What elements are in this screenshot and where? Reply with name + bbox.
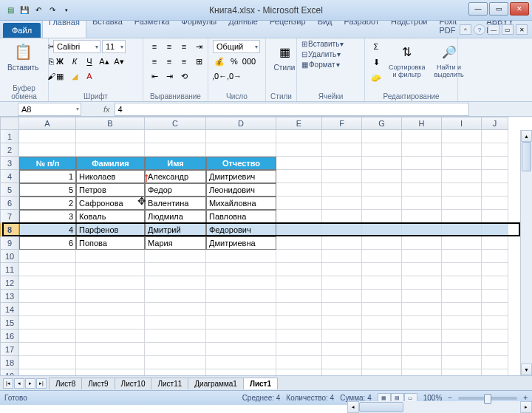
cell[interactable] <box>442 369 482 375</box>
cell[interactable] <box>322 157 362 170</box>
cell[interactable] <box>322 316 362 330</box>
col-header-C[interactable]: C <box>145 117 206 130</box>
sort-filter-button[interactable]: ⇅ Сортировка и фильтр <box>386 40 428 80</box>
cell[interactable] <box>322 303 362 316</box>
cell[interactable] <box>276 143 322 157</box>
col-header-G[interactable]: G <box>362 117 402 130</box>
cell[interactable] <box>482 303 508 316</box>
decrease-decimal-button[interactable]: ,0→ <box>228 69 241 83</box>
cell[interactable] <box>322 170 362 183</box>
cell[interactable] <box>19 290 76 303</box>
cell[interactable] <box>276 356 322 369</box>
cell[interactable] <box>482 330 508 343</box>
cell[interactable] <box>362 343 402 356</box>
cell[interactable] <box>362 170 402 183</box>
row-header[interactable]: 15 <box>0 316 19 330</box>
maximize-button[interactable]: ▭ <box>489 2 508 16</box>
percent-button[interactable]: % <box>228 55 241 68</box>
col-header-D[interactable]: D <box>206 117 276 130</box>
cell[interactable]: Мария <box>145 236 206 250</box>
paste-button[interactable]: 📋 Вставить <box>4 40 41 73</box>
cell[interactable] <box>402 330 442 343</box>
cell[interactable] <box>276 343 322 356</box>
orientation-button[interactable]: ⟲ <box>177 69 191 83</box>
cell[interactable] <box>482 143 508 157</box>
row-header[interactable]: 7 <box>0 210 19 223</box>
cell[interactable] <box>206 369 276 375</box>
cell[interactable] <box>362 263 402 276</box>
cell[interactable] <box>322 143 362 157</box>
row-header[interactable]: 14 <box>0 303 19 316</box>
cell[interactable] <box>442 263 482 276</box>
wrap-text-button[interactable]: ⇥ <box>192 40 205 53</box>
comma-button[interactable]: 000 <box>242 55 256 68</box>
col-header-I[interactable]: I <box>442 117 482 130</box>
number-format-combo[interactable]: Общий <box>213 40 260 53</box>
sheet-tab[interactable]: Лист9 <box>81 378 115 389</box>
sheet-tab[interactable]: Лист11 <box>151 378 188 389</box>
cell[interactable] <box>402 197 442 210</box>
cell[interactable] <box>442 316 482 330</box>
cell[interactable] <box>442 210 482 223</box>
tab-nav-prev-button[interactable]: ◂ <box>14 378 24 389</box>
cell[interactable] <box>402 236 442 250</box>
decrease-indent-button[interactable]: ⇤ <box>148 69 161 83</box>
cell[interactable] <box>206 316 276 330</box>
cell[interactable]: 4 <box>19 223 76 236</box>
cell[interactable] <box>482 223 508 236</box>
vscroll-thumb[interactable] <box>522 142 531 171</box>
cell[interactable] <box>206 290 276 303</box>
doc-minimize-button[interactable]: — <box>488 24 499 35</box>
bold-button[interactable]: Ж <box>53 55 66 68</box>
cell[interactable] <box>206 130 276 143</box>
sheet-tab[interactable]: Лист10 <box>115 378 152 389</box>
fx-icon[interactable]: fx <box>103 105 110 114</box>
cell[interactable] <box>76 290 145 303</box>
cell[interactable] <box>276 236 322 250</box>
cell[interactable]: Парфенов <box>76 223 145 236</box>
row-header[interactable]: 1 <box>0 130 19 143</box>
vertical-scrollbar[interactable]: ▲ ▼ <box>520 130 532 375</box>
cell[interactable] <box>145 343 206 356</box>
undo-icon[interactable]: ↶ <box>33 4 44 16</box>
row-header[interactable]: 19 <box>0 369 19 375</box>
font-name-combo[interactable]: Calibri <box>53 40 100 53</box>
cell[interactable] <box>402 356 442 369</box>
cell[interactable] <box>76 316 145 330</box>
cell[interactable] <box>206 250 276 263</box>
worksheet-grid[interactable]: ABCDEFGHIJ 123№ п/пФамилияИмяОтчество41Н… <box>0 117 532 375</box>
cell[interactable]: 5 <box>19 183 76 197</box>
hscroll-thumb[interactable] <box>359 402 403 412</box>
cell[interactable] <box>482 356 508 369</box>
cell[interactable] <box>362 183 402 197</box>
cell[interactable] <box>19 356 76 369</box>
cell[interactable] <box>19 143 76 157</box>
col-header-F[interactable]: F <box>322 117 362 130</box>
cell[interactable]: № п/п <box>19 157 76 170</box>
doc-close-button[interactable]: ✕ <box>516 24 528 35</box>
cell[interactable]: Павловна <box>206 210 276 223</box>
row-header[interactable]: 2 <box>0 143 19 157</box>
cell[interactable] <box>362 303 402 316</box>
increase-indent-button[interactable]: ⇥ <box>163 69 176 83</box>
cell[interactable]: 3 <box>19 210 76 223</box>
cell[interactable] <box>322 263 362 276</box>
cell[interactable] <box>76 303 145 316</box>
cell[interactable] <box>362 130 402 143</box>
cell[interactable] <box>442 183 482 197</box>
cell[interactable]: Леонидович <box>206 183 276 197</box>
currency-button[interactable]: 💰 <box>213 55 226 68</box>
sheet-tab[interactable]: Лист1 <box>243 378 278 389</box>
select-all-corner[interactable] <box>0 117 19 130</box>
scroll-down-button[interactable]: ▼ <box>521 363 532 375</box>
minimize-button[interactable]: — <box>468 2 488 16</box>
cell[interactable] <box>19 330 76 343</box>
italic-button[interactable]: К <box>68 55 81 68</box>
sheet-tab[interactable]: Диаграмма1 <box>188 378 244 389</box>
clear-button[interactable]: 🧽 <box>369 71 383 84</box>
cell[interactable] <box>145 303 206 316</box>
format-cells-button[interactable]: ▦Формат ▾ <box>301 61 340 69</box>
cell[interactable] <box>442 130 482 143</box>
cell[interactable] <box>362 250 402 263</box>
cell[interactable]: Дмитриевич <box>206 170 276 183</box>
